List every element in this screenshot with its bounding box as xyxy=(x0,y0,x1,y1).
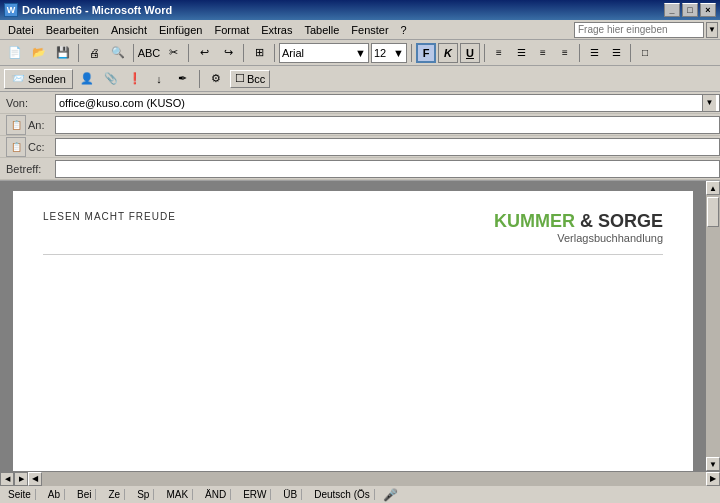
ab-status: Ab xyxy=(44,489,65,500)
nav-prev-button[interactable]: ◀ xyxy=(0,472,14,486)
align-justify-button[interactable]: ≡ xyxy=(555,43,575,63)
send-button[interactable]: 📨 Senden xyxy=(4,69,73,89)
menu-datei[interactable]: Datei xyxy=(2,22,40,38)
priority-low-button[interactable]: ↓ xyxy=(149,69,169,89)
menu-bearbeiten[interactable]: Bearbeiten xyxy=(40,22,105,38)
from-label: Von: xyxy=(0,97,55,109)
logo-sorge: SORGE xyxy=(598,211,663,231)
font-selector[interactable]: Arial ▼ xyxy=(279,43,369,63)
ze-label: Ze xyxy=(108,489,120,500)
subject-input[interactable] xyxy=(55,160,720,178)
erw-status: ERW xyxy=(239,489,271,500)
align-left-button[interactable]: ≡ xyxy=(489,43,509,63)
undo-button[interactable]: ↩ xyxy=(193,43,215,63)
accounts-button[interactable]: 👤 xyxy=(77,69,97,89)
hscroll-right-button[interactable]: ▶ xyxy=(706,472,720,486)
send-icon: 📨 xyxy=(11,72,25,85)
priority-high-button[interactable]: ❗ xyxy=(125,69,145,89)
open-button[interactable]: 📂 xyxy=(28,43,50,63)
spell-button[interactable]: ABC xyxy=(138,43,160,63)
from-row: Von: office@kuso.com (KUSO) ▼ xyxy=(0,92,720,114)
and-status: ÄND xyxy=(201,489,231,500)
underline-button[interactable]: U xyxy=(460,43,480,63)
vertical-scrollbar[interactable]: ▲ ▼ xyxy=(706,181,720,471)
list-button[interactable]: ☰ xyxy=(584,43,604,63)
font-dropdown-icon[interactable]: ▼ xyxy=(355,47,366,59)
document-area: LESEN MACHT FREUDE KUMMER & SORGE Verlag… xyxy=(0,181,720,471)
menu-tabelle[interactable]: Tabelle xyxy=(298,22,345,38)
menu-einfuegen[interactable]: Einfügen xyxy=(153,22,208,38)
document-main[interactable]: LESEN MACHT FREUDE KUMMER & SORGE Verlag… xyxy=(0,181,706,471)
scroll-up-button[interactable]: ▲ xyxy=(706,181,720,195)
cut-button[interactable]: ✂ xyxy=(162,43,184,63)
hscroll-left-button[interactable]: ◀ xyxy=(28,472,42,486)
bcc-button[interactable]: ☐ Bcc xyxy=(230,70,270,88)
cc-input-wrap xyxy=(55,138,720,156)
bold-button[interactable]: F xyxy=(416,43,436,63)
title-bar-buttons[interactable]: _ □ × xyxy=(664,3,716,17)
cc-input[interactable] xyxy=(55,138,720,156)
new-button[interactable]: 📄 xyxy=(4,43,26,63)
doc-divider xyxy=(43,254,663,255)
horizontal-scrollbar[interactable]: ◀ ▶ ◀ ▶ xyxy=(0,471,720,485)
border-button[interactable]: □ xyxy=(635,43,655,63)
bei-status: Bei xyxy=(73,489,96,500)
indent-button[interactable]: ☰ xyxy=(606,43,626,63)
sep1 xyxy=(78,44,79,62)
scroll-down-button[interactable]: ▼ xyxy=(706,457,720,471)
hscroll-track[interactable] xyxy=(42,472,706,486)
window-title: Dokument6 - Microsoft Word xyxy=(22,4,172,16)
sep4 xyxy=(243,44,244,62)
to-label-wrap: 📋 An: xyxy=(0,115,55,135)
nav-next-button[interactable]: ▶ xyxy=(14,472,28,486)
sep2 xyxy=(133,44,134,62)
scroll-track[interactable] xyxy=(706,195,720,457)
minimize-button[interactable]: _ xyxy=(664,3,680,17)
sp-status: Sp xyxy=(133,489,154,500)
align-right-button[interactable]: ≡ xyxy=(533,43,553,63)
table-button[interactable]: ⊞ xyxy=(248,43,270,63)
menu-format[interactable]: Format xyxy=(208,22,255,38)
cc-address-book-icon[interactable]: 📋 xyxy=(6,137,26,157)
from-field[interactable]: office@kuso.com (KUSO) ▼ xyxy=(55,94,720,112)
save-button[interactable]: 💾 xyxy=(52,43,74,63)
logo-text: KUMMER & SORGE xyxy=(494,211,663,232)
size-dropdown-icon[interactable]: ▼ xyxy=(393,47,404,59)
signature-button[interactable]: ✒ xyxy=(173,69,193,89)
menu-ansicht[interactable]: Ansicht xyxy=(105,22,153,38)
attachment-button[interactable]: 📎 xyxy=(101,69,121,89)
maximize-button[interactable]: □ xyxy=(682,3,698,17)
preview-button[interactable]: 🔍 xyxy=(107,43,129,63)
subject-input-wrap xyxy=(55,160,720,178)
menu-fenster[interactable]: Fenster xyxy=(345,22,394,38)
close-button[interactable]: × xyxy=(700,3,716,17)
to-input[interactable] xyxy=(55,116,720,134)
erw-label: ERW xyxy=(243,489,266,500)
search-input[interactable] xyxy=(574,22,704,38)
sep8 xyxy=(579,44,580,62)
ab-label: Ab xyxy=(48,489,60,500)
redo-button[interactable]: ↪ xyxy=(217,43,239,63)
options-button[interactable]: ⚙ xyxy=(206,69,226,89)
scroll-handle[interactable] xyxy=(707,197,719,227)
email-fields: Von: office@kuso.com (KUSO) ▼ 📋 An: 📋 Cc… xyxy=(0,92,720,181)
logo-subtitle: Verlagsbuchhandlung xyxy=(494,232,663,244)
to-address-book-icon[interactable]: 📋 xyxy=(6,115,26,135)
from-value: office@kuso.com (KUSO) xyxy=(59,97,185,109)
title-bar-left: W Dokument6 - Microsoft Word xyxy=(4,3,172,17)
align-center-button[interactable]: ☰ xyxy=(511,43,531,63)
ub-status: ÜB xyxy=(279,489,302,500)
from-dropdown-button[interactable]: ▼ xyxy=(702,95,716,111)
language-status: Deutsch (Ös xyxy=(310,489,375,500)
size-selector[interactable]: 12 ▼ xyxy=(371,43,407,63)
bcc-checkbox[interactable]: ☐ xyxy=(235,72,245,85)
status-bar: Seite Ab Bei Ze Sp MAK ÄND ERW ÜB Deutsc… xyxy=(0,485,720,503)
menu-extras[interactable]: Extras xyxy=(255,22,298,38)
search-dropdown[interactable]: ▼ xyxy=(706,22,718,38)
print-button[interactable]: 🖨 xyxy=(83,43,105,63)
menu-help[interactable]: ? xyxy=(395,22,413,38)
italic-button[interactable]: K xyxy=(438,43,458,63)
menu-search-area: ▼ xyxy=(574,22,718,38)
and-label: ÄND xyxy=(205,489,226,500)
email-sep xyxy=(199,70,200,88)
